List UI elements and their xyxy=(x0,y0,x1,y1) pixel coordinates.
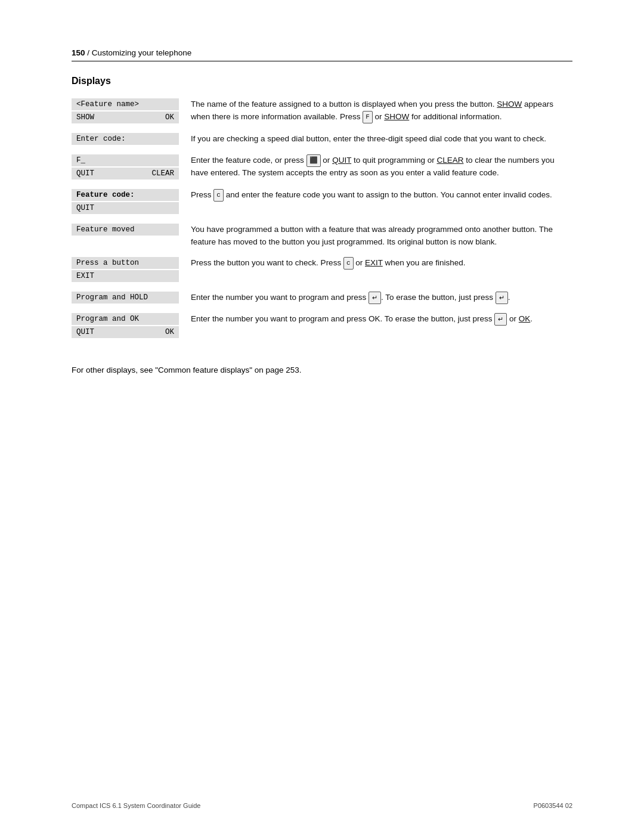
displays-table: <Feature name> SHOW OK The name of the f… xyxy=(72,98,572,348)
display-f-line: F_ xyxy=(72,154,179,166)
table-row: Enter code: If you are checking a speed … xyxy=(72,133,572,154)
header-separator: / xyxy=(87,48,92,57)
left-cell-press-button: Press a button EXIT xyxy=(72,257,191,292)
page-header-text: 150 / Customizing your telephone xyxy=(72,48,191,57)
section-title: Displays xyxy=(72,76,572,86)
exit-underline: EXIT xyxy=(365,258,383,267)
table-row: F_ QUIT CLEAR Enter the feature code, or… xyxy=(72,154,572,189)
footer-right: P0603544 02 xyxy=(534,802,572,809)
c-key-icon: c xyxy=(213,189,224,202)
show-underline2: SHOW xyxy=(384,112,409,121)
clear-label: CLEAR xyxy=(151,169,174,178)
left-cell-enter-code: Enter code: xyxy=(72,133,191,154)
right-cell-feature-name: The name of the feature assigned to a bu… xyxy=(191,98,572,133)
left-cell-feature-code: Feature code: QUIT xyxy=(72,189,191,224)
display-quit-clear: QUIT CLEAR xyxy=(72,168,179,179)
right-cell-feature-moved: You have programmed a button with a feat… xyxy=(191,224,572,257)
left-cell-program-ok: Program and OK QUIT OK xyxy=(72,313,191,348)
right-cell-program-hold: Enter the number you want to program and… xyxy=(191,292,572,313)
ok-label: OK xyxy=(165,113,174,122)
right-cell-feature-code: Press c and enter the feature code you w… xyxy=(191,189,572,224)
display-line2-feature-name: SHOW OK xyxy=(72,112,179,123)
left-cell-feature-moved: Feature moved xyxy=(72,224,191,257)
quit-label2: QUIT xyxy=(76,328,94,336)
f-key-icon: F xyxy=(363,111,373,123)
display-feature-code-label: Feature code: xyxy=(72,189,179,201)
left-cell-program-hold: Program and HOLD xyxy=(72,292,191,313)
left-cell-f: F_ QUIT CLEAR xyxy=(72,154,191,189)
show-label: SHOW xyxy=(76,113,94,122)
prog-icon: ⬛ xyxy=(306,154,321,167)
display-enter-code: Enter code: xyxy=(72,133,179,145)
table-row: <Feature name> SHOW OK The name of the f… xyxy=(72,98,572,133)
table-row: Program and OK QUIT OK Enter the number … xyxy=(72,313,572,348)
footnote: For other displays, see "Common feature … xyxy=(72,366,572,374)
display-program-ok-label: Program and OK xyxy=(72,313,179,325)
display-feature-moved: Feature moved xyxy=(72,224,179,236)
table-row: Press a button EXIT Press the button you… xyxy=(72,257,572,292)
display-exit-label: EXIT xyxy=(72,270,179,282)
table-row: Feature moved You have programmed a butt… xyxy=(72,224,572,257)
clear-underline: CLEAR xyxy=(436,156,463,165)
enter-icon1: ↵ xyxy=(369,292,381,304)
right-cell-press-button: Press the button you want to check. Pres… xyxy=(191,257,572,292)
display-line1-feature-name: <Feature name> xyxy=(72,98,179,110)
right-cell-f: Enter the feature code, or press ⬛ or QU… xyxy=(191,154,572,189)
display-quit-ok: QUIT OK xyxy=(72,326,179,338)
ok-underline: OK xyxy=(519,314,531,323)
right-cell-enter-code: If you are checking a speed dial button,… xyxy=(191,133,572,154)
c-key-icon2: c xyxy=(343,257,354,270)
show-underline: SHOW xyxy=(497,100,522,109)
display-feature-code-quit: QUIT xyxy=(72,202,179,214)
display-program-hold: Program and HOLD xyxy=(72,292,179,304)
enter-icon3: ↵ xyxy=(494,313,507,326)
quit-underline: QUIT xyxy=(332,156,351,165)
quit-label: QUIT xyxy=(76,169,94,178)
display-press-button-label: Press a button xyxy=(72,257,179,269)
left-cell-feature-name: <Feature name> SHOW OK xyxy=(72,98,191,133)
right-cell-program-ok: Enter the number you want to program and… xyxy=(191,313,572,348)
enter-icon2: ↵ xyxy=(496,292,508,304)
page-container: 150 / Customizing your telephone Display… xyxy=(0,0,644,833)
table-row: Feature code: QUIT Press c and enter the… xyxy=(72,189,572,224)
table-row: Program and HOLD Enter the number you wa… xyxy=(72,292,572,313)
page-header: 150 / Customizing your telephone xyxy=(72,48,572,61)
page-footer: Compact ICS 6.1 System Coordinator Guide… xyxy=(72,802,572,809)
ok-label2: OK xyxy=(165,328,174,336)
footer-left: Compact ICS 6.1 System Coordinator Guide xyxy=(72,802,200,809)
